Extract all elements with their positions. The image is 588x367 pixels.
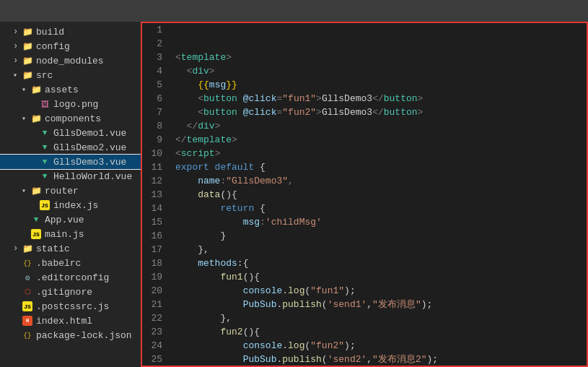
- line-number: 10: [145, 147, 162, 160]
- folder-icon: [31, 186, 42, 197]
- git-icon: [25, 288, 31, 296]
- sidebar-item-label: GllsDemo3.vue: [53, 157, 126, 168]
- code-line: },: [175, 311, 579, 325]
- code-line: data(){: [175, 188, 579, 202]
- code-line: PubSub.publish('send1',"发布消息");: [175, 298, 579, 311]
- line-number: 6: [145, 92, 162, 105]
- sidebar-item-HelloWorld.vue[interactable]: HelloWorld.vue: [0, 169, 141, 184]
- line-numbers: 1234567891011121314151617181920212223242…: [142, 23, 168, 366]
- sidebar-item-main.js[interactable]: main.js: [0, 227, 141, 241]
- line-number: 23: [145, 325, 162, 339]
- sidebar-item-.babelrc[interactable]: .babelrc: [0, 256, 141, 270]
- js-icon: [22, 301, 32, 311]
- main-area: buildconfignode_modulessrcassetslogo.png…: [0, 22, 588, 367]
- json-icon: [24, 332, 32, 340]
- folder-icon: [31, 85, 42, 95]
- sidebar-item-label: GllsDemo2.vue: [53, 142, 126, 153]
- sidebar-item-.postcssrc.js[interactable]: .postcssrc.js: [0, 299, 141, 314]
- tree-arrow-icon: [13, 41, 22, 51]
- folder-icon: [22, 56, 33, 66]
- sidebar-item-label: App.vue: [45, 215, 84, 225]
- line-number: 11: [145, 160, 162, 174]
- line-number: 13: [145, 188, 162, 202]
- line-number: 8: [145, 119, 162, 133]
- sidebar-item-.gitignore[interactable]: .gitignore: [0, 285, 141, 299]
- find-button[interactable]: [572, 9, 581, 12]
- sidebar-item-label: components: [45, 113, 101, 124]
- folder-icon: [22, 27, 33, 38]
- line-number: 7: [145, 105, 162, 119]
- sidebar-item-GllsDemo2.vue[interactable]: GllsDemo2.vue: [0, 140, 141, 155]
- code-line: <button @click="fun2">GllsDemo3</button>: [175, 105, 579, 119]
- sidebar-item-src[interactable]: src: [0, 68, 141, 82]
- vue-icon: [43, 143, 48, 152]
- sidebar-item-label: package-lock.json: [36, 330, 132, 341]
- png-icon: [41, 100, 49, 109]
- sidebar-item-label: static: [36, 243, 70, 254]
- tree-arrow-icon: [13, 56, 22, 66]
- tree-arrow-icon: [22, 114, 30, 123]
- line-number: 20: [145, 284, 162, 298]
- tree-arrow-icon: [13, 71, 22, 79]
- sidebar-item-label: .babelrc: [36, 258, 81, 269]
- folder-icon: [22, 243, 33, 254]
- sidebar-item-label: GllsDemo1.vue: [53, 128, 126, 139]
- sidebar-item-static[interactable]: static: [0, 241, 141, 256]
- line-number: 16: [145, 229, 162, 243]
- line-number: 22: [145, 311, 162, 325]
- sidebar-item-GllsDemo1.vue[interactable]: GllsDemo1.vue: [0, 126, 141, 140]
- code-content[interactable]: <template> <div> {{msg}} <button @click=…: [168, 23, 587, 366]
- sidebar-item-components[interactable]: components: [0, 111, 141, 126]
- code-line: fun1(){: [175, 270, 579, 284]
- sidebar-item-label: node_modules: [36, 56, 104, 66]
- sidebar-item-router[interactable]: router: [0, 184, 141, 198]
- editor-panel: 1234567891011121314151617181920212223242…: [141, 22, 588, 367]
- sidebar-item-index.html[interactable]: index.html: [0, 314, 141, 328]
- sidebar-item-label: assets: [45, 85, 79, 95]
- vue-icon: [34, 215, 39, 224]
- title-bar: [0, 0, 588, 22]
- sidebar-item-config[interactable]: config: [0, 39, 141, 53]
- sidebar-item-logo.png[interactable]: logo.png: [0, 97, 141, 111]
- line-number: 12: [145, 174, 162, 188]
- folder-icon: [31, 113, 42, 124]
- title-bar-actions: [568, 9, 581, 12]
- code-line: {{msg}}: [175, 78, 579, 92]
- line-number: 19: [145, 270, 162, 284]
- line-number: 2: [145, 37, 162, 51]
- editor-content: 1234567891011121314151617181920212223242…: [142, 23, 587, 366]
- vue-icon: [43, 157, 48, 166]
- line-number: 18: [145, 256, 162, 270]
- line-number: 3: [145, 51, 162, 64]
- sidebar-item-node_modules[interactable]: node_modules: [0, 53, 141, 68]
- code-line: </template>: [175, 133, 579, 147]
- code-line: console.log("fun2");: [175, 339, 579, 353]
- line-number: 4: [145, 64, 162, 78]
- file-explorer: buildconfignode_modulessrcassetslogo.png…: [0, 22, 141, 367]
- html-icon: [22, 316, 32, 326]
- line-number: 17: [145, 243, 162, 256]
- sidebar-item-App.vue[interactable]: App.vue: [0, 212, 141, 227]
- line-number: 9: [145, 133, 162, 147]
- folder-icon: [22, 41, 33, 52]
- line-number: 14: [145, 202, 162, 215]
- sidebar-item-assets[interactable]: assets: [0, 82, 141, 97]
- code-line: },: [175, 243, 579, 256]
- code-line: <template>: [175, 51, 579, 64]
- sidebar-item-package-lock.json[interactable]: package-lock.json: [0, 328, 141, 342]
- sidebar-item-build[interactable]: build: [0, 25, 141, 39]
- tree-arrow-icon: [13, 243, 22, 254]
- code-line: msg:'childMsg': [175, 215, 579, 229]
- vue-icon: [43, 129, 48, 137]
- sidebar-item-label: build: [36, 27, 64, 38]
- sidebar-item-GllsDemo3.vue[interactable]: GllsDemo3.vue: [0, 155, 141, 169]
- sidebar-item-label: main.js: [45, 229, 84, 240]
- line-number: 21: [145, 298, 162, 311]
- code-line: <button @click="fun1">GllsDemo3</button>: [175, 92, 579, 105]
- sidebar-item-.editorconfig[interactable]: .editorconfig: [0, 270, 141, 285]
- vue-icon: [43, 172, 48, 181]
- sidebar-item-label: logo.png: [53, 99, 98, 110]
- code-line: }: [175, 229, 579, 243]
- folder-icon: [22, 70, 33, 81]
- sidebar-item-index.js[interactable]: index.js: [0, 198, 141, 212]
